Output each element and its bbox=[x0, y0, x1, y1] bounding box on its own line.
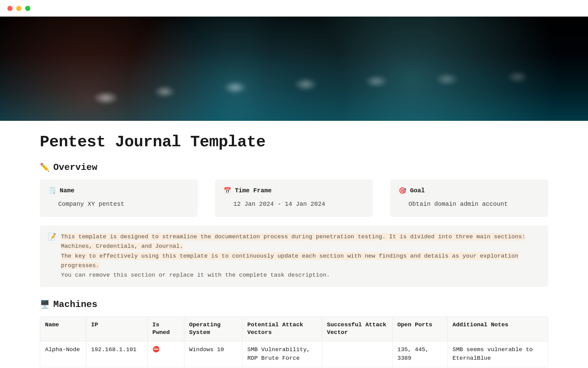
callout-line-1: This template is designed to streamline … bbox=[61, 233, 525, 250]
page-title[interactable]: Pentest Journal Template bbox=[40, 133, 548, 151]
zoom-window-button[interactable] bbox=[25, 6, 30, 11]
callout-line-3: You can remove this section or replace i… bbox=[61, 272, 330, 278]
close-window-button[interactable] bbox=[7, 6, 13, 11]
minimize-window-button[interactable] bbox=[16, 6, 21, 11]
col-ip[interactable]: IP bbox=[86, 317, 147, 341]
machines-heading-text: Machines bbox=[53, 299, 97, 310]
col-potential[interactable]: Potential Attack Vectors bbox=[242, 317, 322, 341]
pencil-icon: ✏️ bbox=[40, 163, 50, 172]
cell-potential[interactable]: SMB Vulnerability, RDP Brute Force bbox=[242, 341, 322, 367]
overview-cards: 🗒️ Name Company XY pentest 📅 Time Frame … bbox=[40, 179, 548, 217]
col-os[interactable]: Operating System bbox=[184, 317, 242, 341]
overview-card-goal[interactable]: 🎯 Goal Obtain domain admin account bbox=[390, 179, 548, 217]
overview-heading-text: Overview bbox=[53, 162, 97, 173]
col-name[interactable]: Name bbox=[40, 317, 86, 341]
machines-heading[interactable]: 🖥️ Machines bbox=[40, 299, 548, 310]
table-row[interactable]: Alpha-Node 192.168.1.101 ⛔ Windows 10 SM… bbox=[40, 341, 548, 367]
col-open-ports[interactable]: Open Ports bbox=[392, 317, 447, 341]
target-icon: 🎯 bbox=[399, 187, 406, 194]
card-label: Goal bbox=[410, 187, 425, 194]
cell-is-pwned[interactable]: ⛔ bbox=[147, 341, 184, 367]
col-is-pwned[interactable]: Is Pwned bbox=[147, 317, 184, 341]
overview-card-name[interactable]: 🗒️ Name Company XY pentest bbox=[40, 179, 198, 217]
desktop-icon: 🖥️ bbox=[40, 300, 50, 309]
memo-icon: 📝 bbox=[48, 233, 56, 280]
card-label: Time Frame bbox=[235, 187, 272, 194]
cell-open-ports[interactable]: 135, 445, 3389 bbox=[392, 341, 447, 367]
callout-body[interactable]: This template is designed to streamline … bbox=[61, 232, 540, 280]
overview-callout[interactable]: 📝 This template is designed to streamlin… bbox=[40, 225, 548, 287]
callout-line-2: The key to effectively using this templa… bbox=[61, 252, 518, 269]
overview-heading[interactable]: ✏️ Overview bbox=[40, 162, 548, 173]
col-successful[interactable]: Successful Attack Vector bbox=[322, 317, 392, 341]
cell-name[interactable]: Alpha-Node bbox=[40, 341, 86, 367]
table-header-row: Name IP Is Pwned Operating System Potent… bbox=[40, 317, 548, 341]
cell-successful[interactable] bbox=[322, 341, 392, 367]
page-cover-image bbox=[0, 17, 588, 121]
card-value[interactable]: Obtain domain admin account bbox=[399, 201, 540, 208]
cell-os[interactable]: Windows 10 bbox=[184, 341, 242, 367]
cell-notes[interactable]: SMB seems vulnerable to EternalBlue bbox=[447, 341, 548, 367]
window-titlebar bbox=[0, 0, 588, 17]
card-value[interactable]: Company XY pentest bbox=[48, 201, 189, 208]
cell-ip[interactable]: 192.168.1.101 bbox=[86, 341, 147, 367]
notepad-icon: 🗒️ bbox=[48, 187, 56, 194]
calendar-icon: 📅 bbox=[224, 187, 231, 194]
card-label: Name bbox=[60, 187, 74, 194]
machines-table[interactable]: Name IP Is Pwned Operating System Potent… bbox=[40, 316, 548, 367]
col-notes[interactable]: Additional Notes bbox=[447, 317, 548, 341]
card-value[interactable]: 12 Jan 2024 - 14 Jan 2024 bbox=[224, 201, 364, 208]
page-content: Pentest Journal Template ✏️ Overview 🗒️ … bbox=[0, 121, 588, 367]
overview-card-timeframe[interactable]: 📅 Time Frame 12 Jan 2024 - 14 Jan 2024 bbox=[215, 179, 373, 217]
